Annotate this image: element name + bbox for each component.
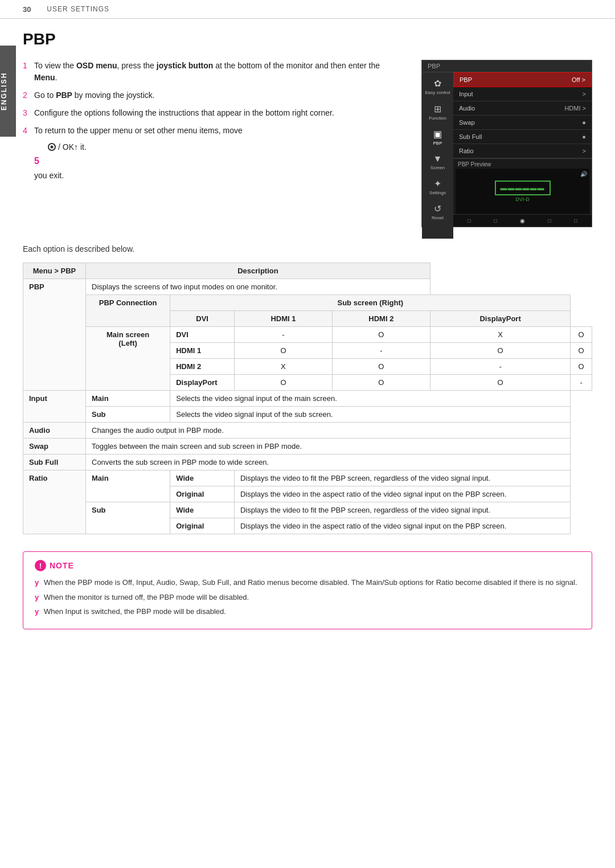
- note-item-3: y When Input is switched, the PBP mode w…: [35, 606, 580, 617]
- osd-row-label-ratio: Ratio: [459, 148, 474, 154]
- osd-menu-row-ratio[interactable]: Ratio >: [453, 144, 592, 158]
- ratio-sub-wide-label: Wide: [170, 502, 235, 518]
- osd-icon-screen[interactable]: ▼ Screen: [422, 150, 453, 174]
- osd-menu-row-pbp[interactable]: PBP Off >: [453, 72, 592, 87]
- osd-row-label-pbp: PBP: [460, 76, 472, 83]
- step-2: 2 Go to PBP by moving the joystick.: [23, 89, 404, 101]
- osd-icon-reset[interactable]: ↺ Reset: [422, 200, 453, 224]
- osd-row-label-input: Input: [459, 91, 473, 97]
- note-item-2: y When the monitor is turned off, the PB…: [35, 592, 580, 603]
- osd-bottom-bar: □ □ ◉ □ □: [453, 214, 592, 227]
- pbp-menu-cell: PBP: [23, 279, 86, 391]
- steps-list: 1 To view the OSD menu, press the joysti…: [23, 60, 404, 137]
- settings-icon: ✦: [434, 178, 441, 189]
- osd-top-label: PBP: [422, 60, 592, 72]
- dp-dvi: O: [234, 375, 332, 391]
- note-bullet-3: y: [35, 606, 40, 617]
- hdmi1-hdmi2: O: [430, 343, 571, 359]
- input-main-label: Main: [86, 391, 170, 407]
- col-dvi: DVI: [170, 311, 235, 327]
- osd-menu-row-audio[interactable]: Audio HDMI >: [453, 101, 592, 116]
- ratio-menu-cell: Ratio: [23, 470, 86, 534]
- osd-row-value-pbp: Off >: [572, 76, 585, 83]
- bottom-icon-5: □: [574, 218, 577, 224]
- hdmi2-hdmi1: O: [332, 359, 430, 375]
- dp-hdmi2: O: [430, 375, 571, 391]
- step-1: 1 To view the OSD menu, press the joysti…: [23, 60, 404, 84]
- page-number: 30: [23, 5, 31, 14]
- note-title: NOTE: [50, 561, 74, 570]
- main-hdmi1-label: HDMI 1: [170, 343, 235, 359]
- swap-menu-cell: Swap: [23, 439, 86, 455]
- reset-icon: ↺: [434, 203, 441, 214]
- note-header: ! NOTE: [35, 560, 580, 571]
- osd-icon-label-settings: Settings: [429, 190, 446, 195]
- osd-menu-items: ✿ Easy control ⊞ Function ▣ PBP ▼ Screen: [422, 72, 592, 239]
- table-row-pbp: PBP Displays the screens of two input mo…: [23, 279, 592, 295]
- osd-dvi-label: DVI-D: [495, 196, 551, 202]
- ratio-main-wide-label: Wide: [170, 470, 235, 486]
- screen-icon: ▼: [433, 154, 442, 164]
- top-section: 1 To view the OSD menu, press the joysti…: [23, 60, 592, 227]
- hdmi2-dp: O: [571, 359, 592, 375]
- osd-row-label-audio: Audio: [459, 105, 475, 112]
- ok-circle-icon: [48, 143, 56, 151]
- sub-screen-header-cell: Sub screen (Right): [170, 295, 571, 311]
- osd-preview-screen: 🔊 ▬▬▬▬▬▬ DVI-D: [456, 169, 589, 214]
- osd-row-value-subfull: ●: [582, 133, 586, 140]
- hdmi1-dp: O: [571, 343, 592, 359]
- main-screen-cell: Main screen(Left): [86, 327, 170, 391]
- hdmi1-hdmi1: -: [332, 343, 430, 359]
- ok-indicator: / OK↑ it.: [34, 142, 404, 152]
- osd-icon-label-reset: Reset: [432, 215, 444, 220]
- table-row-input-sub: Sub Selects the video signal input of th…: [23, 407, 592, 423]
- osd-icon-label-easy-control: Easy control: [425, 90, 450, 96]
- each-option-text: Each option is described below.: [23, 244, 592, 253]
- ok-label: / OK↑ it.: [58, 142, 87, 152]
- ratio-sub-original-desc: Displays the video in the aspect ratio o…: [234, 518, 570, 534]
- steps-column: 1 To view the OSD menu, press the joysti…: [23, 60, 404, 227]
- dvi-dp: O: [571, 327, 592, 343]
- hdmi2-dvi: X: [234, 359, 332, 375]
- osd-panel: PBP ✿ Easy control ⊞ Function ▣ PBP: [421, 60, 592, 227]
- note-text-1: When the PBP mode is Off, Input, Audio, …: [44, 577, 577, 588]
- osd-menu-row-input[interactable]: Input >: [453, 87, 592, 101]
- page-title: PBP: [23, 30, 592, 48]
- osd-row-value-input: >: [583, 91, 586, 97]
- ratio-sub-label: Sub: [86, 502, 170, 534]
- language-tab: ENGLISH: [0, 46, 16, 137]
- osd-icon-label-function: Function: [429, 116, 446, 121]
- dvi-hdmi2: X: [430, 327, 571, 343]
- main-content: PBP 1 To view the OSD menu, press the jo…: [23, 19, 592, 629]
- table-row-input: Input Main Selects the video signal inpu…: [23, 391, 592, 407]
- table-row-subfull: Sub Full Converts the sub screen in PBP …: [23, 455, 592, 470]
- table-row-main-dvi: Main screen(Left) DVI - O X O: [23, 327, 592, 343]
- osd-row-label-swap: Swap: [459, 119, 475, 126]
- osd-dvi-box: ▬▬▬▬▬▬ DVI-D: [495, 181, 551, 202]
- pbp-connection-cell: PBP Connection: [86, 295, 170, 327]
- osd-icon-easy-control[interactable]: ✿ Easy control: [422, 75, 453, 99]
- osd-menu-row-subfull[interactable]: Sub Full ●: [453, 130, 592, 144]
- pbp-icon: ▣: [433, 129, 442, 140]
- col-hdmi2: HDMI 2: [332, 311, 430, 327]
- hdmi2-hdmi2: -: [430, 359, 571, 375]
- table-row-ratio: Ratio Main Wide Displays the video to fi…: [23, 470, 592, 486]
- function-icon: ⊞: [434, 104, 441, 114]
- col-header-menu: Menu > PBP: [23, 263, 86, 279]
- table-row-audio: Audio Changes the audio output in PBP mo…: [23, 423, 592, 439]
- easy-control-icon: ✿: [434, 78, 441, 89]
- col-hdmi1: HDMI 1: [234, 311, 332, 327]
- ratio-sub-original-label: Original: [170, 518, 235, 534]
- audio-menu-cell: Audio: [23, 423, 86, 439]
- osd-icon-function[interactable]: ⊞ Function: [422, 100, 453, 124]
- table-row-pbp-connection-header: PBP Connection Sub screen (Right): [23, 295, 592, 311]
- osd-icon-settings[interactable]: ✦ Settings: [422, 175, 453, 199]
- note-bullet-2: y: [35, 592, 40, 603]
- osd-menu-row-swap[interactable]: Swap ●: [453, 116, 592, 130]
- osd-icon-pbp[interactable]: ▣ PBP: [422, 125, 453, 149]
- input-sub-desc: Selects the video signal input of the su…: [170, 407, 571, 423]
- dvi-hdmi1: O: [332, 327, 430, 343]
- main-dp-label: DisplayPort: [170, 375, 235, 391]
- note-icon: !: [35, 560, 46, 571]
- osd-row-label-subfull: Sub Full: [459, 133, 482, 140]
